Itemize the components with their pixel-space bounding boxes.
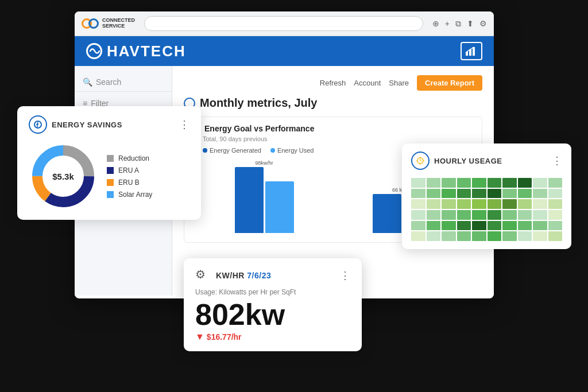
grid-cell (518, 178, 532, 188)
settings-icon[interactable]: ⚙ (479, 19, 487, 28)
top-actions: Refresh Account Share Create Report (184, 75, 482, 91)
donut-legend: Reduction ERU A ERU B Solar Array (107, 154, 152, 199)
grid-cell (442, 221, 456, 231)
url-bar[interactable] (144, 16, 423, 31)
bar-col-1: 98kw/hr (197, 160, 331, 233)
legend-row-reduction: Reduction (107, 154, 152, 162)
grid-cell (502, 178, 517, 188)
bar-1b (265, 181, 294, 233)
havtech-header: HAVTECH (75, 36, 494, 66)
grid-cell (457, 210, 471, 220)
grid-cell (488, 210, 502, 220)
refresh-link[interactable]: Refresh (320, 79, 346, 87)
bar-1a (235, 167, 264, 233)
copy-icon[interactable]: ⧉ (455, 19, 461, 29)
hourly-card-header: HOURLY USEAGE ⋮ (411, 152, 562, 170)
grid-cell (502, 189, 517, 199)
grid-cell (548, 221, 563, 231)
kwhr-rate-value: $16.77/hr (207, 332, 242, 341)
donut-center-value: $5.3k (52, 172, 74, 181)
hourly-title-row: HOURLY USEAGE (411, 152, 502, 170)
kwhr-title: KW/HR 7/6/23 (216, 271, 271, 280)
grid-cell (427, 210, 441, 220)
legend-color-reduction (107, 155, 114, 162)
grid-cell (457, 189, 471, 199)
hourly-more-icon[interactable]: ⋮ (552, 154, 562, 167)
legend-row-solar: Solar Array (107, 191, 152, 199)
chart-subtitle: Total, 90 days previous (203, 135, 475, 142)
bar-2a (373, 194, 401, 233)
grid-cell (442, 199, 456, 209)
grid-cell (488, 178, 502, 188)
card-body: $5.3k Reduction ERU A ERU B Solar Array (29, 142, 189, 211)
legend-label-reduction: Reduction (118, 154, 149, 162)
connected-service-text: CONNECTED SERVICE (102, 18, 135, 29)
kwhr-header: ⚙ KW/HR 7/6/23 ⋮ (195, 267, 350, 284)
legend-color-eru-b (107, 179, 114, 186)
grid-cell (472, 231, 486, 241)
card-header: ENERGY SAVINGS ⋮ (29, 115, 189, 134)
hourly-icon (411, 152, 430, 170)
monthly-metrics-title: Monthly metrics, July (184, 96, 482, 110)
grid-cell (533, 221, 547, 231)
grid-cell (411, 210, 425, 220)
grid-cell (427, 231, 441, 241)
browser-chrome: CONNECTED SERVICE ⊕ + ⧉ ⬆ ⚙ (75, 11, 494, 36)
kwhr-more-icon[interactable]: ⋮ (340, 269, 350, 282)
energy-savings-title: ENERGY SAVINGS (52, 121, 122, 129)
havtech-name: HAVTECH (107, 42, 186, 60)
grid-cell (411, 221, 425, 231)
grid-cell (502, 221, 517, 231)
legend-label-eru-a: ERU A (118, 166, 139, 174)
grid-cell (457, 221, 471, 231)
grid-cell (442, 210, 456, 220)
energy-savings-card: ENERGY SAVINGS ⋮ $5.3k Red (17, 106, 201, 220)
grid-cell (548, 231, 563, 241)
chart-widget-button[interactable] (461, 42, 482, 60)
grid-cell (502, 199, 517, 209)
grid-cell (518, 221, 532, 231)
grid-cell (472, 178, 486, 188)
energy-savings-more-icon[interactable]: ⋮ (179, 118, 189, 131)
kwhr-date: 7/6/23 (247, 271, 271, 280)
browser-icons: ⊕ + ⧉ ⬆ ⚙ (432, 19, 487, 29)
location-icon[interactable]: ⊕ (432, 19, 439, 28)
grid-cell (427, 178, 441, 188)
kwhr-value: 802kw (195, 300, 350, 329)
account-link[interactable]: Account (354, 79, 381, 87)
legend-label-eru-b: ERU B (118, 178, 140, 187)
svg-rect-0 (466, 52, 468, 56)
grid-cell (472, 210, 486, 220)
grid-cell (518, 231, 532, 241)
grid-cell (488, 199, 502, 209)
grid-cell (457, 199, 471, 209)
kwhr-rate: ▼ $16.77/hr (195, 332, 350, 342)
grid-cell (548, 199, 563, 209)
grid-cell (411, 231, 425, 241)
circle-blue-icon (88, 18, 99, 29)
grid-cell (488, 189, 502, 199)
svg-line-14 (420, 161, 421, 161)
grid-cell (548, 210, 563, 220)
chart-header: 📈 Energy Goal vs Performance (191, 124, 475, 133)
card-title-row: ENERGY SAVINGS (29, 115, 122, 134)
logo-circles (82, 18, 99, 29)
grid-cell (427, 189, 441, 199)
legend-row-eru-a: ERU A (107, 166, 152, 174)
create-report-button[interactable]: Create Report (417, 75, 482, 91)
grid-cell (472, 189, 486, 199)
donut-chart: $5.3k (29, 142, 98, 211)
havtech-brand-icon (86, 43, 102, 59)
add-tab-icon[interactable]: + (445, 19, 450, 28)
grid-cell (427, 199, 441, 209)
havtech-logo: HAVTECH (86, 42, 186, 60)
grid-cell (427, 221, 441, 231)
share-icon[interactable]: ⬆ (467, 19, 474, 28)
kwhr-subtitle: Usage: Kilowatts per Hr per SqFt (195, 288, 350, 296)
share-link[interactable]: Share (389, 79, 409, 87)
search-label: Search (96, 77, 121, 87)
legend-row-eru-b: ERU B (107, 178, 152, 187)
kwhr-card: ⚙ KW/HR 7/6/23 ⋮ Usage: Kilowatts per Hr… (184, 258, 362, 351)
grid-cell (502, 231, 517, 241)
search-bar[interactable]: 🔍 Search (75, 73, 172, 92)
